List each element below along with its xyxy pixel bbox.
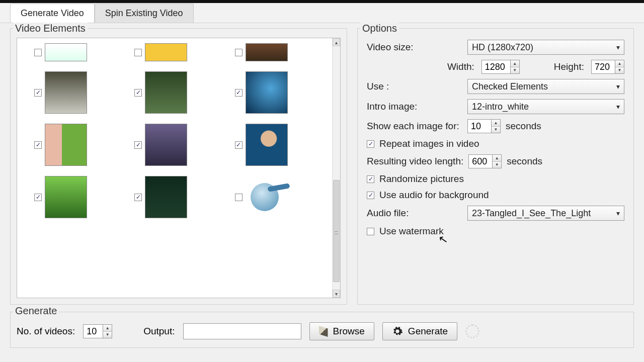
- output-input[interactable]: [183, 323, 301, 339]
- scroll-up-button[interactable]: ▴: [333, 38, 340, 46]
- thumb-checkbox[interactable]: [235, 194, 243, 201]
- randomize-label: Randomize pictures: [379, 173, 464, 185]
- generate-title: Generate: [13, 305, 59, 317]
- image-thumbnail[interactable]: [246, 43, 288, 61]
- tab-spin-existing-video[interactable]: Spin Existing Video: [95, 4, 194, 23]
- music-note-icon: [251, 183, 279, 211]
- thumb-checkbox[interactable]: [34, 89, 42, 97]
- generate-group: Generate No. of videos: ▲▼ Output: Brows…: [10, 312, 634, 348]
- thumb-item: [134, 124, 214, 166]
- thumb-checkbox[interactable]: [34, 49, 42, 56]
- image-thumbnail[interactable]: [45, 43, 87, 61]
- options-group: Options Video size: HD (644x362) Width:…: [357, 28, 634, 305]
- thumb-item: [34, 124, 114, 166]
- image-thumbnail[interactable]: [145, 71, 187, 114]
- watermark-checkbox[interactable]: [367, 228, 374, 235]
- thumb-checkbox[interactable]: [134, 141, 142, 149]
- show-each-spinner[interactable]: ▲▼: [492, 119, 501, 133]
- thumb-checkbox[interactable]: [34, 141, 42, 149]
- num-videos-label: No. of videos:: [17, 326, 75, 337]
- result-length-input[interactable]: [468, 154, 493, 168]
- thumb-item: [34, 176, 114, 218]
- thumb-item: [235, 71, 315, 114]
- width-input[interactable]: [481, 60, 511, 74]
- image-thumbnail[interactable]: [145, 124, 187, 166]
- thumbnail-scrollpane: ▴ ▾: [17, 38, 341, 298]
- image-thumbnail[interactable]: [45, 71, 87, 114]
- thumb-item: [34, 71, 114, 114]
- intro-image-label: Intro image:: [367, 101, 462, 112]
- repeat-label: Repeat images in video: [379, 138, 479, 149]
- thumb-item: [235, 176, 315, 218]
- thumb-item: [134, 176, 214, 218]
- intro-image-select[interactable]: 12-intro_white: [467, 99, 624, 114]
- video-size-label: Video size:: [367, 42, 462, 53]
- result-length-label: Resulting video length:: [367, 156, 463, 167]
- thumb-checkbox[interactable]: [235, 89, 243, 97]
- gear-icon: [392, 326, 403, 337]
- seconds-label: seconds: [506, 121, 541, 132]
- num-videos-spinner[interactable]: ▲▼: [103, 324, 112, 338]
- thumb-checkbox[interactable]: [134, 49, 142, 56]
- audio-thumbnail[interactable]: [246, 178, 288, 216]
- height-label: Height:: [554, 61, 584, 72]
- thumb-item: [134, 43, 214, 61]
- thumb-item: [134, 71, 214, 114]
- thumb-checkbox[interactable]: [134, 194, 142, 201]
- height-spinner[interactable]: ▲▼: [615, 60, 624, 74]
- audio-file-select[interactable]: 23-Tangled_I_See_The_Light: [467, 206, 624, 221]
- tab-generate-video[interactable]: Generate Video: [10, 4, 95, 23]
- thumb-checkbox[interactable]: [235, 49, 243, 56]
- video-elements-title: Video Elements: [13, 23, 88, 34]
- scroll-down-button[interactable]: ▾: [333, 290, 340, 298]
- thumb-item: [235, 43, 315, 61]
- randomize-checkbox[interactable]: [367, 175, 374, 183]
- generate-button[interactable]: Generate: [382, 322, 457, 340]
- browse-button-label: Browse: [333, 326, 365, 337]
- width-spinner[interactable]: ▲▼: [511, 60, 520, 74]
- audio-file-label: Audio file:: [367, 208, 462, 219]
- thumbnail-scrollbar[interactable]: ▴ ▾: [332, 38, 340, 298]
- image-thumbnail[interactable]: [45, 176, 87, 218]
- show-each-input[interactable]: [467, 119, 492, 133]
- thumb-checkbox[interactable]: [235, 141, 243, 149]
- video-elements-group: Video Elements ▴ ▾: [10, 28, 347, 305]
- thumb-item: [235, 124, 315, 166]
- use-label: Use :: [367, 81, 462, 92]
- result-length-spinner[interactable]: ▲▼: [493, 154, 502, 168]
- width-label: Width:: [447, 61, 474, 72]
- generate-button-label: Generate: [408, 326, 448, 337]
- image-thumbnail[interactable]: [145, 176, 187, 218]
- folder-icon: [319, 326, 328, 337]
- use-select[interactable]: Checked Elements: [467, 79, 624, 94]
- use-audio-label: Use audio for background: [379, 190, 489, 201]
- progress-spinner-icon: [465, 324, 479, 338]
- browse-button[interactable]: Browse: [309, 322, 374, 340]
- seconds-label-2: seconds: [507, 156, 542, 167]
- show-each-label: Show each image for:: [367, 121, 462, 132]
- repeat-checkbox[interactable]: [367, 140, 374, 148]
- video-size-select[interactable]: HD (644x362): [467, 40, 624, 55]
- thumb-item: [34, 43, 114, 61]
- image-thumbnail[interactable]: [246, 124, 288, 166]
- watermark-label: Use watermark: [379, 226, 444, 237]
- output-label: Output:: [143, 326, 175, 337]
- height-input[interactable]: [591, 60, 615, 74]
- scroll-handle[interactable]: [333, 180, 340, 282]
- use-audio-checkbox[interactable]: [367, 192, 374, 199]
- thumb-checkbox[interactable]: [134, 89, 142, 97]
- tab-bar: Generate Video Spin Existing Video: [0, 3, 644, 23]
- thumb-checkbox[interactable]: [34, 194, 42, 201]
- image-thumbnail[interactable]: [246, 71, 288, 114]
- scroll-track[interactable]: [333, 46, 340, 290]
- image-thumbnail[interactable]: [145, 43, 187, 61]
- image-thumbnail[interactable]: [45, 124, 87, 166]
- num-videos-input[interactable]: [83, 324, 103, 338]
- options-title: Options: [360, 23, 399, 34]
